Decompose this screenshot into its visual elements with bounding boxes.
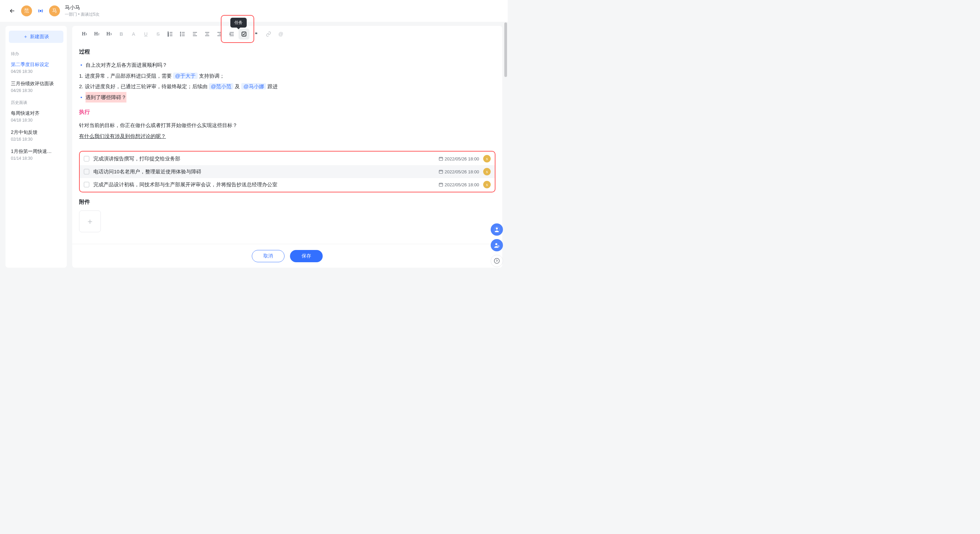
- svg-rect-9: [439, 170, 443, 173]
- broadcast-icon: [37, 7, 44, 15]
- mention-user[interactable]: @范小范: [209, 83, 234, 89]
- tool-align-left[interactable]: [189, 29, 200, 40]
- task-assignee-avatar[interactable]: s: [483, 155, 491, 162]
- tool-align-right[interactable]: [214, 29, 225, 40]
- tool-bold[interactable]: B: [116, 29, 127, 40]
- footer-actions: 取消 保存: [72, 244, 502, 268]
- help-button[interactable]: [491, 255, 503, 267]
- tool-h2[interactable]: H2: [91, 29, 102, 40]
- tasks-highlight-box: 完成演讲报告撰写，打印提交给业务部2022/05/26 18:00s电话访问10…: [79, 151, 495, 192]
- sidebar-item-title: 每周快速对齐: [11, 110, 61, 116]
- tool-indent[interactable]: [226, 29, 237, 40]
- calendar-icon: [439, 156, 443, 161]
- task-checkbox[interactable]: [84, 182, 89, 187]
- mention-user[interactable]: @马小娜: [241, 83, 266, 89]
- bullet-line[interactable]: 遇到了哪些障碍？: [79, 92, 495, 103]
- add-person-button[interactable]: [491, 239, 503, 251]
- svg-point-11: [496, 227, 498, 230]
- mention-user[interactable]: @于大于: [173, 73, 197, 79]
- tool-h3[interactable]: H3: [103, 29, 115, 40]
- exec-line-1[interactable]: 针对当前的目标，你正在做什么或者打算开始做些什么实现这些目标？: [79, 120, 495, 131]
- add-attachment-button[interactable]: ＋: [79, 210, 101, 232]
- task-row[interactable]: 电话访问10名老用户，整理最近使用体验与障碍2022/05/26 18:00s: [80, 165, 495, 178]
- back-button[interactable]: [8, 7, 16, 15]
- editor-body[interactable]: 过程 自上次对齐之后各方面进展顺利吗？ 1. 进度异常，产品部原料进口受阻，需要…: [72, 42, 502, 244]
- tool-bullet-list[interactable]: [177, 29, 188, 40]
- sidebar-item[interactable]: 第二季度目标设定04/26 18:30: [9, 60, 64, 79]
- page-header: 范 马 马小马 一部门 • 面谈过5次: [0, 0, 508, 22]
- avatar-self[interactable]: 范: [21, 5, 32, 16]
- task-text: 完成演讲报告撰写，打印提交给业务部: [93, 156, 434, 162]
- sidebar-item-time: 01/14 18:30: [11, 156, 61, 161]
- task-checkbox[interactable]: [84, 156, 89, 161]
- section-exec-title: 执行: [79, 109, 495, 116]
- task-row[interactable]: 完成演讲报告撰写，打印提交给业务部2022/05/26 18:00s: [80, 152, 495, 165]
- tool-h1[interactable]: H1: [79, 29, 90, 40]
- avatar-person[interactable]: 马: [49, 5, 60, 16]
- sidebar-item-title: 第二季度目标设定: [11, 62, 61, 68]
- sidebar-item[interactable]: 三月份绩效评估面谈04/26 18:30: [9, 79, 64, 98]
- task-text: 电话访问10名老用户，整理最近使用体验与障碍: [93, 168, 434, 175]
- numbered-line-2[interactable]: 2. 设计进度良好，已通过三轮评审，待最终敲定；后续由 @范小范 及 @马小娜 …: [79, 81, 495, 92]
- task-date[interactable]: 2022/05/26 18:00: [439, 169, 479, 174]
- tool-link[interactable]: [263, 29, 274, 40]
- exec-line-2[interactable]: 有什么我们没有涉及到你想讨论的呢？: [79, 131, 495, 141]
- tool-color[interactable]: A: [128, 29, 139, 40]
- sidebar-item-time: 04/18 18:30: [11, 118, 61, 122]
- tool-mention[interactable]: @: [275, 29, 286, 40]
- editor-toolbar: H1 H2 H3 B A U S 123 ❝ @: [72, 26, 502, 42]
- plus-icon: ＋: [86, 216, 94, 227]
- svg-point-0: [40, 10, 41, 11]
- sidebar-item-title: 1月份第一周快速…: [11, 148, 61, 155]
- section-attach-title: 附件: [79, 199, 495, 206]
- tool-strike[interactable]: S: [153, 29, 164, 40]
- main-panel: H1 H2 H3 B A U S 123 ❝ @ 过程 自上次对齐之后各方面进展…: [72, 26, 502, 268]
- tool-underline[interactable]: U: [140, 29, 151, 40]
- sidebar-item[interactable]: 每周快速对齐04/18 18:30: [9, 108, 64, 127]
- tool-ordered-list[interactable]: 123: [165, 29, 176, 40]
- scrollbar-thumb[interactable]: [504, 22, 507, 77]
- plus-icon: ＋: [23, 34, 28, 40]
- svg-point-6: [180, 35, 181, 36]
- sidebar-item[interactable]: 1月份第一周快速…01/14 18:30: [9, 146, 64, 165]
- svg-rect-10: [439, 183, 443, 186]
- svg-point-5: [180, 34, 181, 34]
- sidebar-item-title: 2月中旬反馈: [11, 129, 61, 135]
- sidebar-item-title: 三月份绩效评估面谈: [11, 81, 61, 87]
- task-date[interactable]: 2022/05/26 18:00: [439, 156, 479, 161]
- cancel-button[interactable]: 取消: [252, 250, 285, 262]
- svg-point-13: [495, 243, 498, 245]
- tool-quote[interactable]: ❝: [251, 29, 262, 40]
- numbered-line-1[interactable]: 1. 进度异常，产品部原料进口受阻，需要 @于大于 支持协调；: [79, 70, 495, 81]
- task-assignee-avatar[interactable]: s: [483, 168, 491, 175]
- sidebar-item-time: 04/26 18:30: [11, 88, 61, 93]
- svg-rect-8: [439, 157, 443, 161]
- svg-text:3: 3: [168, 35, 169, 37]
- tool-task[interactable]: [239, 29, 250, 40]
- calendar-icon: [439, 182, 443, 187]
- task-date[interactable]: 2022/05/26 18:00: [439, 182, 479, 187]
- task-assignee-avatar[interactable]: s: [483, 181, 491, 188]
- floating-actions: [491, 223, 503, 267]
- task-checkbox[interactable]: [84, 169, 89, 174]
- support-button[interactable]: [491, 223, 503, 236]
- sidebar-item-time: 02/16 18:30: [11, 137, 61, 141]
- section-process-title: 过程: [79, 48, 495, 56]
- sidebar: ＋ 新建面谈 待办第二季度目标设定04/26 18:30三月份绩效评估面谈04/…: [5, 26, 67, 268]
- tool-align-center[interactable]: [202, 29, 213, 40]
- svg-point-4: [180, 32, 181, 33]
- new-meeting-button[interactable]: ＋ 新建面谈: [9, 31, 64, 43]
- scrollbar[interactable]: [504, 22, 507, 271]
- person-info: 马小马 一部门 • 面谈过5次: [65, 5, 100, 17]
- sidebar-item-time: 04/26 18:30: [11, 69, 61, 74]
- save-button[interactable]: 保存: [290, 250, 323, 262]
- bullet-line[interactable]: 自上次对齐之后各方面进展顺利吗？: [79, 60, 495, 70]
- task-row[interactable]: 完成产品设计初稿，同技术部与生产部展开评审会议，并将报告抄送总经理办公室2022…: [80, 178, 495, 191]
- new-meeting-label: 新建面谈: [30, 34, 49, 40]
- person-name: 马小马: [65, 5, 100, 11]
- task-text: 完成产品设计初稿，同技术部与生产部展开评审会议，并将报告抄送总经理办公室: [93, 181, 434, 188]
- sidebar-item[interactable]: 2月中旬反馈02/16 18:30: [9, 127, 64, 146]
- sidebar-section-label: 历史面谈: [9, 98, 64, 108]
- task-tooltip: 任务: [230, 18, 247, 28]
- person-meta: 一部门 • 面谈过5次: [65, 11, 100, 17]
